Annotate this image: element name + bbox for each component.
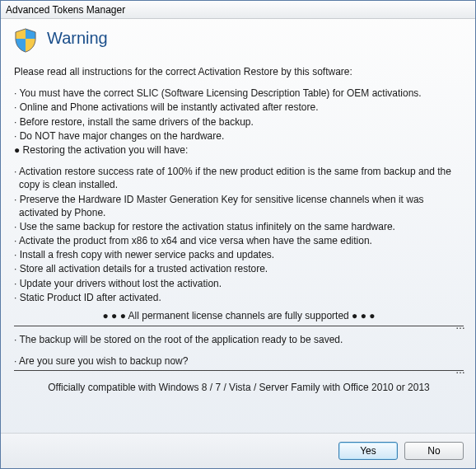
list-item: Activate the product from x86 to x64 and… (14, 234, 464, 247)
divider (14, 326, 464, 326)
yes-button[interactable]: Yes (338, 442, 398, 460)
button-bar: Yes No (1, 433, 475, 468)
window-title: Advanced Tokens Manager (6, 4, 125, 16)
shield-icon (12, 27, 39, 54)
backup-note: The backup will be stored on the root of… (14, 333, 464, 346)
dialog-window: Advanced Tokens Manager Warning Please r… (0, 0, 476, 469)
list-item: Before restore, install the same drivers… (14, 115, 464, 129)
dialog-content: Warning Please read all instructions for… (1, 19, 475, 433)
list-item: Do NOT have major changes on the hardwar… (14, 129, 464, 143)
benefits-list: Activation restore success rate of 100% … (14, 165, 464, 304)
confirm-question: Are you sure you wish to backup now? (14, 354, 464, 368)
list-item: Online and Phone activations will be ins… (14, 101, 464, 114)
titlebar[interactable]: Advanced Tokens Manager (1, 1, 475, 19)
list-item: Static Product ID after activated. (14, 291, 464, 304)
restoring-header: ● Restoring the activation you will have… (14, 143, 464, 157)
dialog-heading: Warning (47, 29, 108, 48)
compat-text: Officially compatible with Windows 8 / 7… (14, 381, 464, 394)
no-button[interactable]: No (404, 442, 464, 460)
list-item: Store all activation details for a trust… (14, 262, 464, 275)
dialog-body: Please read all instructions for the cor… (14, 65, 464, 394)
list-item: Use the same backup for restore the acti… (14, 220, 464, 233)
list-item: You must have the correct SLIC (Software… (14, 87, 464, 100)
list-item: Preserve the Hardware ID Master Generati… (14, 193, 464, 219)
list-item: Install a fresh copy with newer service … (14, 248, 464, 261)
supported-note: ● ● ● All permanent license channels are… (14, 309, 464, 322)
intro-text: Please read all instructions for the cor… (14, 65, 464, 78)
list-item: Activation restore success rate of 100% … (14, 165, 464, 191)
requirements-list: You must have the correct SLIC (Software… (14, 87, 464, 143)
list-item: Update your drivers without lost the act… (14, 277, 464, 290)
dialog-header: Warning (12, 27, 464, 54)
divider (14, 370, 464, 371)
